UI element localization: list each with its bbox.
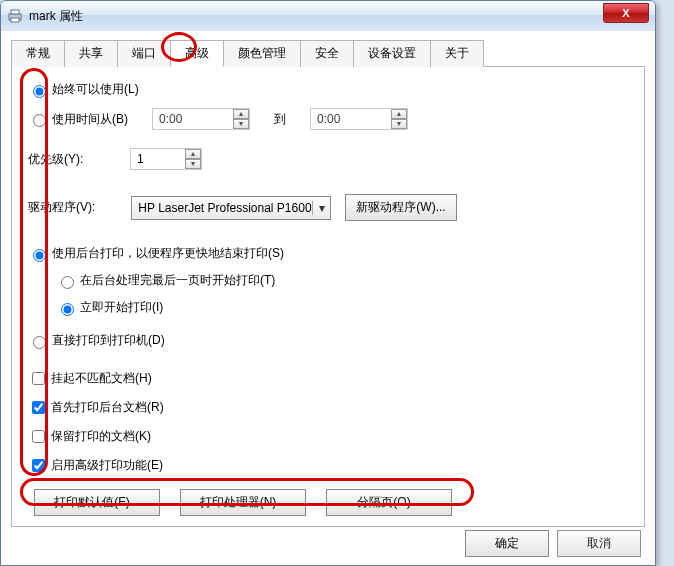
check-keep-documents[interactable] (32, 430, 45, 443)
driver-selected: HP LaserJet Professional P1600 (132, 201, 312, 215)
tab-general[interactable]: 常规 (11, 40, 65, 67)
label-keep-documents: 保留打印的文档(K) (51, 428, 151, 445)
bottom-button-row: 打印默认值(F)... 打印处理器(N)... 分隔页(O)... (34, 489, 452, 516)
radio-start-immediately[interactable] (61, 303, 74, 316)
label-to: 到 (274, 111, 286, 128)
check-hold-mismatch[interactable] (32, 372, 45, 385)
label-hold-mismatch: 挂起不匹配文档(H) (51, 370, 152, 387)
radio-always-available[interactable] (33, 85, 46, 98)
print-processor-button[interactable]: 打印处理器(N)... (180, 489, 306, 516)
label-print-direct: 直接打印到打印机(D) (52, 332, 165, 349)
time-from-input[interactable]: 0:00 ▲▼ (152, 108, 250, 130)
label-always-available: 始终可以使用(L) (52, 81, 139, 98)
tab-ports[interactable]: 端口 (117, 40, 171, 67)
tab-sharing[interactable]: 共享 (64, 40, 118, 67)
label-driver: 驱动程序(V): (28, 199, 95, 216)
radio-available-from[interactable] (33, 114, 46, 127)
time-to-value: 0:00 (311, 112, 391, 126)
label-priority: 优先级(Y): (28, 151, 94, 168)
close-button[interactable]: X (603, 3, 649, 23)
window-title: mark 属性 (29, 8, 83, 25)
check-advanced-features[interactable] (32, 459, 45, 472)
radio-spool[interactable] (33, 249, 46, 262)
tab-strip: 常规 共享 端口 高级 颜色管理 安全 设备设置 关于 (11, 39, 645, 67)
client-area: 常规 共享 端口 高级 颜色管理 安全 设备设置 关于 始终可以使用(L) 使用… (1, 31, 655, 537)
priority-input[interactable]: 1 ▲▼ (130, 148, 202, 170)
new-driver-button[interactable]: 新驱动程序(W)... (345, 194, 456, 221)
time-to-input[interactable]: 0:00 ▲▼ (310, 108, 408, 130)
chevron-down-icon: ▾ (312, 201, 330, 215)
label-available-from: 使用时间从(B) (52, 111, 128, 128)
time-to-spinner[interactable]: ▲▼ (391, 109, 407, 129)
cancel-button[interactable]: 取消 (557, 530, 641, 557)
titlebar: mark 属性 X (1, 1, 655, 31)
time-from-value: 0:00 (153, 112, 233, 126)
driver-select[interactable]: HP LaserJet Professional P1600 ▾ (131, 196, 331, 220)
label-start-immediately: 立即开始打印(I) (80, 299, 163, 316)
priority-value: 1 (131, 152, 185, 166)
tab-security[interactable]: 安全 (300, 40, 354, 67)
radio-start-after-last[interactable] (61, 276, 74, 289)
printing-defaults-button[interactable]: 打印默认值(F)... (34, 489, 160, 516)
svg-rect-2 (11, 18, 19, 22)
svg-rect-1 (11, 10, 19, 14)
tab-device-settings[interactable]: 设备设置 (353, 40, 431, 67)
tab-panel-advanced: 始终可以使用(L) 使用时间从(B) 0:00 ▲▼ 到 0:00 ▲▼ 优先级… (11, 67, 645, 527)
ok-button[interactable]: 确定 (465, 530, 549, 557)
dialog-footer: 确定 取消 (465, 530, 641, 557)
radio-print-direct[interactable] (33, 336, 46, 349)
separator-page-button[interactable]: 分隔页(O)... (326, 489, 452, 516)
label-spool: 使用后台打印，以便程序更快地结束打印(S) (52, 245, 284, 262)
properties-window: mark 属性 X 常规 共享 端口 高级 颜色管理 安全 设备设置 关于 始终… (0, 0, 656, 566)
time-from-spinner[interactable]: ▲▼ (233, 109, 249, 129)
label-print-spooled-first: 首先打印后台文档(R) (51, 399, 164, 416)
printer-icon (7, 8, 23, 24)
priority-spinner[interactable]: ▲▼ (185, 149, 201, 169)
tab-color-management[interactable]: 颜色管理 (223, 40, 301, 67)
label-start-after-last: 在后台处理完最后一页时开始打印(T) (80, 272, 275, 289)
tab-about[interactable]: 关于 (430, 40, 484, 67)
check-print-spooled-first[interactable] (32, 401, 45, 414)
tab-advanced[interactable]: 高级 (170, 40, 224, 67)
label-advanced-features: 启用高级打印功能(E) (51, 457, 163, 474)
